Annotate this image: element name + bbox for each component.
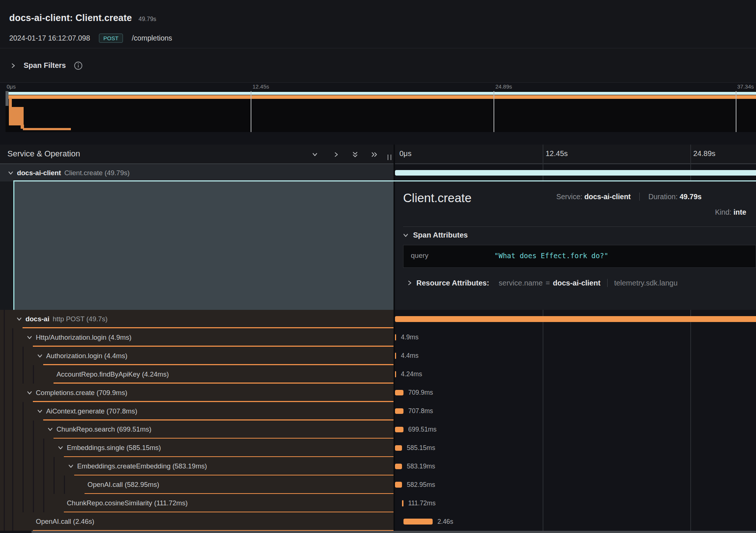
span-timeline-row[interactable] [395, 310, 756, 328]
span-timeline-row[interactable]: 2.46s [395, 512, 756, 531]
indent-guide [12, 384, 13, 402]
chevron-down-icon[interactable] [17, 317, 22, 321]
span-timeline-row[interactable] [395, 164, 756, 181]
attribute-row[interactable]: query "What does Effect.fork do?" [403, 245, 756, 268]
span-duration-label: 583.19ms [407, 463, 435, 470]
span-row[interactable]: Http/Authorization.login (4.9ms) [0, 328, 394, 347]
selected-span-highlight [13, 180, 756, 181]
span-timeline-row[interactable]: 4.24ms [395, 365, 756, 384]
span-operation-name: Client.create (49.79s) [64, 169, 130, 177]
chevron-down-icon[interactable] [48, 428, 53, 431]
span-timeline-row[interactable]: 583.19ms [395, 457, 756, 475]
span-timeline-row[interactable]: 709.9ms [395, 384, 756, 402]
chevron-right-icon[interactable] [333, 151, 340, 158]
span-row[interactable]: Authorization.login (4.4ms) [0, 347, 394, 365]
indent-guide [23, 347, 24, 365]
span-operation-name: Completions.create (709.9ms) [36, 389, 127, 397]
span-duration-bar[interactable] [395, 353, 396, 359]
indent-guide [54, 457, 55, 475]
span-duration-bar[interactable] [395, 464, 402, 470]
span-timeline-row[interactable]: 707.8ms [395, 402, 756, 420]
span-duration-bar[interactable] [395, 408, 403, 414]
span-attributes-section[interactable]: Span Attributes [403, 231, 468, 239]
span-row[interactable]: docs-ai-clientClient.create (49.79s) [0, 164, 394, 181]
span-operation-name: AccountRepo.findByApiKey (4.24ms) [56, 370, 169, 378]
minimap-span-shape [9, 107, 24, 125]
span-duration-bar[interactable] [395, 371, 396, 377]
span-row[interactable]: ChunkRepo.search (699.51ms) [0, 420, 394, 439]
span-duration-bar[interactable] [395, 390, 403, 396]
chevron-right-icon [408, 280, 412, 285]
span-duration-label: 4.9ms [401, 333, 419, 341]
span-timeline-row[interactable]: 4.4ms [395, 347, 756, 365]
span-duration-bar[interactable] [403, 519, 433, 525]
indent-guide [4, 439, 5, 457]
span-duration-bar[interactable] [395, 482, 402, 488]
indent-guide [4, 310, 5, 328]
span-row[interactable]: Embeddings.single (585.15ms) [0, 439, 394, 457]
span-kind-meta: Kind: inte [715, 208, 746, 217]
span-duration-bar[interactable] [395, 170, 756, 176]
chevron-down-icon[interactable] [311, 151, 319, 158]
resource-attributes-section[interactable]: Resource Attributes: service.name = docs… [408, 277, 678, 288]
span-row[interactable]: OpenAI.call (582.95ms) [0, 475, 394, 494]
span-row[interactable]: docs-aihttp POST (49.7s) [0, 310, 394, 328]
chevron-right-icon[interactable] [11, 62, 16, 69]
double-chevron-right-icon[interactable] [371, 151, 378, 158]
span-duration-label: 4.24ms [401, 370, 422, 378]
horizontal-scrollbar[interactable] [31, 531, 756, 533]
span-row[interactable]: Embeddings.createEmbedding (583.19ms) [0, 457, 394, 475]
span-duration-bar[interactable] [395, 445, 402, 451]
minimap-span-bar [6, 95, 756, 99]
column-resize-handle[interactable] [388, 155, 391, 160]
chevron-down-icon[interactable] [37, 409, 42, 413]
span-row[interactable]: AccountRepo.findByApiKey (4.24ms) [0, 365, 394, 384]
span-operation-name: ChunkRepo.cosineSimilarity (111.72ms) [67, 499, 188, 507]
span-timeline-row[interactable]: 585.15ms [395, 439, 756, 457]
span-duration-bar[interactable] [395, 316, 756, 322]
minimap-tick-label: 0μs [7, 83, 16, 90]
span-operation-name: Http/Authorization.login (4.9ms) [36, 333, 131, 342]
span-tree-pane: docs-ai-clientClient.create (49.79s)docs… [0, 164, 394, 533]
indent-guide [4, 475, 5, 494]
indent-guide [12, 439, 13, 457]
span-operation-name: OpenAI.call (582.95ms) [87, 481, 159, 489]
span-timeline-row[interactable]: 582.95ms [395, 475, 756, 494]
info-icon[interactable] [74, 61, 83, 70]
minimap-drag-handle[interactable] [6, 91, 8, 106]
chevron-down-icon[interactable] [68, 464, 73, 468]
minimap-span-shape [23, 128, 71, 130]
indent-guide [4, 512, 5, 531]
double-chevron-down-icon[interactable] [351, 151, 359, 158]
indent-guide [12, 328, 13, 347]
indent-guide [23, 365, 24, 384]
span-row[interactable]: Completions.create (709.9ms) [0, 384, 394, 402]
indent-guide [4, 347, 5, 365]
request-path: /completions [132, 34, 172, 42]
span-operation-name: http POST (49.7s) [53, 315, 108, 323]
chevron-down-icon[interactable] [58, 446, 63, 450]
span-row[interactable]: OpenAI.call (2.46s) [0, 512, 394, 531]
span-duration-bar[interactable] [395, 427, 403, 433]
trace-minimap[interactable] [6, 91, 756, 132]
indent-guide [64, 475, 65, 494]
trace-header: docs-ai-client: Client.create 49.79s 202… [0, 0, 756, 48]
span-duration-bar[interactable] [395, 334, 396, 340]
chevron-down-icon[interactable] [27, 391, 32, 395]
span-timeline-row[interactable]: 111.72ms [395, 494, 756, 512]
indent-guide [12, 494, 13, 512]
pane-divider[interactable] [394, 145, 395, 533]
span-filters-section[interactable]: Span Filters [0, 48, 756, 83]
chevron-down-icon[interactable] [37, 354, 42, 358]
span-timeline-row[interactable]: 4.9ms [395, 328, 756, 347]
span-row[interactable]: AiContext.generate (707.8ms) [0, 402, 394, 420]
span-service-name: docs-ai-client [17, 169, 61, 177]
chevron-down-icon[interactable] [27, 336, 32, 339]
span-timeline-row[interactable]: 699.51ms [395, 420, 756, 439]
indent-guide [33, 439, 34, 457]
span-filters-label: Span Filters [24, 61, 66, 70]
span-duration-bar[interactable] [402, 500, 403, 506]
span-row[interactable]: ChunkRepo.cosineSimilarity (111.72ms) [0, 494, 394, 512]
attribute-value: "What does Effect.fork do?" [494, 252, 608, 260]
chevron-down-icon[interactable] [8, 171, 13, 175]
